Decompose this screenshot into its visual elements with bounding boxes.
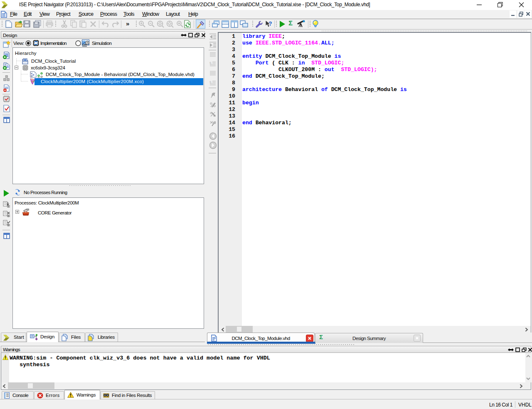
svg-text:D: D — [31, 75, 33, 77]
svg-text:ISim: ISim — [83, 44, 88, 47]
svg-text:5: 5 — [209, 80, 212, 84]
svg-text:5: 5 — [209, 61, 212, 65]
svg-text:H: H — [33, 74, 34, 76]
svg-text:?: ? — [268, 20, 272, 27]
